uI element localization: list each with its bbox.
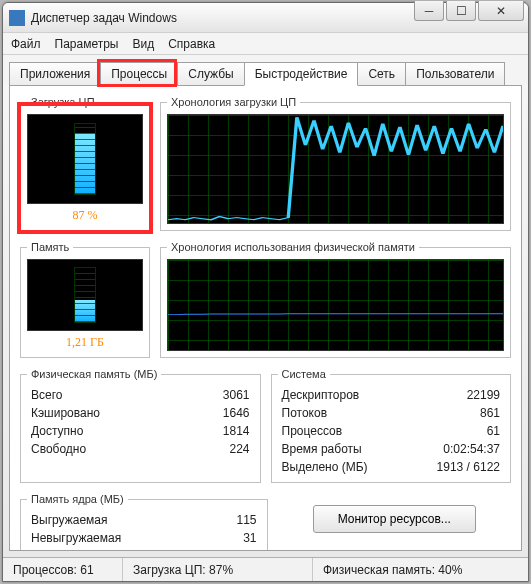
- task-manager-window: Диспетчер задач Windows ─ ☐ ✕ Файл Парам…: [2, 2, 529, 582]
- menu-file[interactable]: Файл: [11, 37, 41, 51]
- phys-total-value: 3061: [223, 388, 250, 402]
- memory-history-trace: [168, 260, 503, 350]
- tab-services[interactable]: Службы: [177, 62, 244, 86]
- menu-options[interactable]: Параметры: [55, 37, 119, 51]
- menu-help[interactable]: Справка: [168, 37, 215, 51]
- sys-procs-value: 61: [487, 424, 500, 438]
- sys-procs-label: Процессов: [282, 424, 343, 438]
- kernel-memory-legend: Память ядра (МБ): [27, 493, 128, 505]
- tab-network[interactable]: Сеть: [357, 62, 406, 86]
- tab-performance[interactable]: Быстродействие: [244, 62, 359, 86]
- memory-meter: [27, 259, 143, 331]
- memory-usage-legend: Память: [27, 241, 73, 253]
- sys-commit-label: Выделено (МБ): [282, 460, 368, 474]
- cpu-usage-value: 87 %: [27, 208, 143, 223]
- close-button[interactable]: ✕: [478, 1, 524, 21]
- phys-total-label: Всего: [31, 388, 62, 402]
- kernel-memory-group: Память ядра (МБ) Выгружаемая115 Невыгруж…: [20, 493, 268, 551]
- kernel-nonpaged-value: 31: [243, 531, 256, 545]
- system-group: Система Дескрипторов22199 Потоков861 Про…: [271, 368, 512, 483]
- tab-applications[interactable]: Приложения: [9, 62, 101, 86]
- phys-cached-label: Кэшировано: [31, 406, 100, 420]
- cpu-history-group: Хронология загрузки ЦП: [160, 96, 511, 231]
- system-legend: Система: [278, 368, 330, 380]
- kernel-nonpaged-label: Невыгружаемая: [31, 531, 121, 545]
- statusbar: Процессов: 61 Загрузка ЦП: 87% Физическа…: [3, 557, 528, 581]
- resource-monitor-button[interactable]: Монитор ресурсов...: [313, 505, 476, 533]
- sys-threads-value: 861: [480, 406, 500, 420]
- tab-users[interactable]: Пользователи: [405, 62, 505, 86]
- memory-usage-group: Память 1,21 ГБ: [20, 241, 150, 358]
- phys-avail-label: Доступно: [31, 424, 83, 438]
- phys-free-label: Свободно: [31, 442, 86, 456]
- kernel-paged-value: 115: [236, 513, 256, 527]
- cpu-history-legend: Хронология загрузки ЦП: [167, 96, 300, 108]
- menu-view[interactable]: Вид: [132, 37, 154, 51]
- cpu-usage-legend: Загрузка ЦП: [27, 96, 99, 108]
- memory-history-legend: Хронология использования физической памя…: [167, 241, 419, 253]
- cpu-meter-grid: [75, 124, 95, 194]
- physical-memory-group: Физическая память (МБ) Всего3061 Кэширов…: [20, 368, 261, 483]
- cpu-history-trace: [168, 115, 503, 223]
- sys-commit-value: 1913 / 6122: [437, 460, 500, 474]
- window-title: Диспетчер задач Windows: [31, 11, 177, 25]
- app-icon: [9, 10, 25, 26]
- memory-usage-value: 1,21 ГБ: [27, 335, 143, 350]
- minimize-button[interactable]: ─: [414, 1, 444, 21]
- sys-handles-value: 22199: [467, 388, 500, 402]
- performance-panel: Загрузка ЦП 87 % Хронология загрузки ЦП: [9, 85, 522, 551]
- memory-meter-grid: [75, 268, 95, 322]
- physical-memory-legend: Физическая память (МБ): [27, 368, 161, 380]
- kernel-paged-label: Выгружаемая: [31, 513, 107, 527]
- cpu-meter: [27, 114, 143, 204]
- memory-history-group: Хронология использования физической памя…: [160, 241, 511, 358]
- sys-uptime-value: 0:02:54:37: [443, 442, 500, 456]
- cpu-usage-group: Загрузка ЦП 87 %: [20, 96, 150, 231]
- status-cpu: Загрузка ЦП: 87%: [123, 558, 313, 581]
- phys-cached-value: 1646: [223, 406, 250, 420]
- menubar: Файл Параметры Вид Справка: [3, 33, 528, 55]
- memory-history-graph: [167, 259, 504, 351]
- status-processes: Процессов: 61: [3, 558, 123, 581]
- sys-handles-label: Дескрипторов: [282, 388, 360, 402]
- tab-strip: Приложения Процессы Службы Быстродействи…: [3, 55, 528, 85]
- phys-free-value: 224: [229, 442, 249, 456]
- titlebar[interactable]: Диспетчер задач Windows ─ ☐ ✕: [3, 3, 528, 33]
- maximize-button[interactable]: ☐: [446, 1, 476, 21]
- cpu-history-graph: [167, 114, 504, 224]
- sys-threads-label: Потоков: [282, 406, 328, 420]
- phys-avail-value: 1814: [223, 424, 250, 438]
- sys-uptime-label: Время работы: [282, 442, 362, 456]
- status-memory: Физическая память: 40%: [313, 558, 528, 581]
- tab-processes[interactable]: Процессы: [100, 62, 178, 86]
